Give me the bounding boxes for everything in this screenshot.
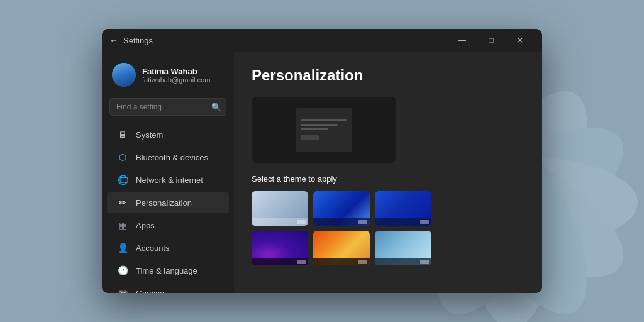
theme-preview-card (252, 97, 396, 163)
main-panel: Personalization Select a theme to apply (234, 52, 542, 293)
taskbar-btn-6 (420, 260, 429, 264)
search-input[interactable] (109, 98, 226, 116)
theme-preview-inner (296, 108, 352, 152)
search-box: 🔍 (109, 98, 226, 116)
sidebar-item-system[interactable]: 🖥 System (107, 124, 229, 145)
title-bar: ← Settings — □ ✕ (102, 29, 542, 52)
avatar-image (112, 63, 136, 87)
sidebar-item-accounts[interactable]: 👤 Accounts (107, 237, 229, 258)
sidebar-item-apps[interactable]: ▦ Apps (107, 214, 229, 236)
theme-thumb-5[interactable] (313, 231, 370, 265)
maximize-button[interactable]: □ (477, 29, 506, 52)
user-info: Fatima Wahab fatiwahab@gmail.com (142, 67, 210, 84)
search-icon: 🔍 (211, 103, 221, 112)
window-content: Fatima Wahab fatiwahab@gmail.com 🔍 🖥 Sys… (102, 52, 542, 293)
theme-section-label: Select a theme to apply (252, 174, 525, 184)
theme-thumb-2[interactable] (313, 191, 370, 226)
taskbar-btn-2 (358, 220, 367, 224)
sidebar-item-accounts-label: Accounts (136, 243, 169, 253)
taskbar-btn-5 (358, 260, 367, 264)
sidebar-item-time-label: Time & language (136, 266, 197, 275)
sidebar-item-gaming-label: Gaming (136, 289, 165, 294)
sidebar-item-bluetooth[interactable]: ⬡ Bluetooth & devices (107, 147, 229, 168)
theme-taskbar-3 (375, 218, 431, 226)
sidebar: Fatima Wahab fatiwahab@gmail.com 🔍 🖥 Sys… (102, 52, 234, 293)
sidebar-item-apps-label: Apps (136, 221, 155, 230)
user-name: Fatima Wahab (142, 67, 210, 76)
gaming-icon: 🎮 (117, 287, 128, 293)
sidebar-item-system-label: System (136, 130, 163, 140)
theme-taskbar-6 (375, 258, 431, 265)
window-title: Settings (123, 36, 448, 45)
sidebar-item-personalization-label: Personalization (136, 198, 192, 208)
theme-taskbar-1 (252, 218, 308, 226)
theme-taskbar-4 (252, 258, 308, 265)
theme-thumb-1[interactable] (252, 191, 308, 226)
avatar (112, 63, 136, 87)
window-controls: — □ ✕ (448, 29, 535, 52)
user-email: fatiwahab@gmail.com (142, 76, 210, 84)
minimize-button[interactable]: — (448, 29, 477, 52)
theme-thumb-4[interactable] (252, 231, 308, 265)
theme-thumb-3[interactable] (375, 191, 431, 226)
taskbar-btn-3 (420, 220, 429, 224)
system-icon: 🖥 (117, 129, 128, 140)
sidebar-item-personalization[interactable]: ✏ Personalization (107, 192, 229, 213)
accounts-icon: 👤 (117, 242, 128, 253)
preview-line-1 (301, 119, 347, 121)
sidebar-item-time[interactable]: 🕐 Time & language (107, 260, 229, 281)
bluetooth-icon: ⬡ (117, 152, 128, 163)
preview-line-3 (301, 128, 328, 130)
apps-icon: ▦ (117, 219, 128, 231)
preview-button (301, 135, 319, 140)
theme-taskbar-2 (313, 218, 370, 226)
sidebar-item-network-label: Network & internet (136, 175, 203, 185)
close-button[interactable]: ✕ (506, 29, 535, 52)
theme-thumb-6[interactable] (375, 231, 431, 265)
settings-window: ← Settings — □ ✕ Fatima Wahab fatiwahab@… (102, 29, 542, 293)
page-title: Personalization (252, 67, 525, 84)
time-icon: 🕐 (117, 265, 128, 276)
sidebar-item-gaming[interactable]: 🎮 Gaming (107, 282, 229, 293)
taskbar-btn-4 (297, 260, 306, 264)
taskbar-btn-1 (297, 220, 306, 224)
theme-taskbar-5 (313, 258, 370, 265)
user-profile[interactable]: Fatima Wahab fatiwahab@gmail.com (102, 57, 234, 93)
sidebar-item-bluetooth-label: Bluetooth & devices (136, 153, 208, 162)
theme-grid (252, 191, 525, 265)
sidebar-item-network[interactable]: 🌐 Network & internet (107, 169, 229, 191)
back-button[interactable]: ← (109, 35, 118, 45)
preview-line-2 (301, 124, 338, 126)
personalization-icon: ✏ (117, 197, 128, 208)
network-icon: 🌐 (117, 174, 128, 186)
